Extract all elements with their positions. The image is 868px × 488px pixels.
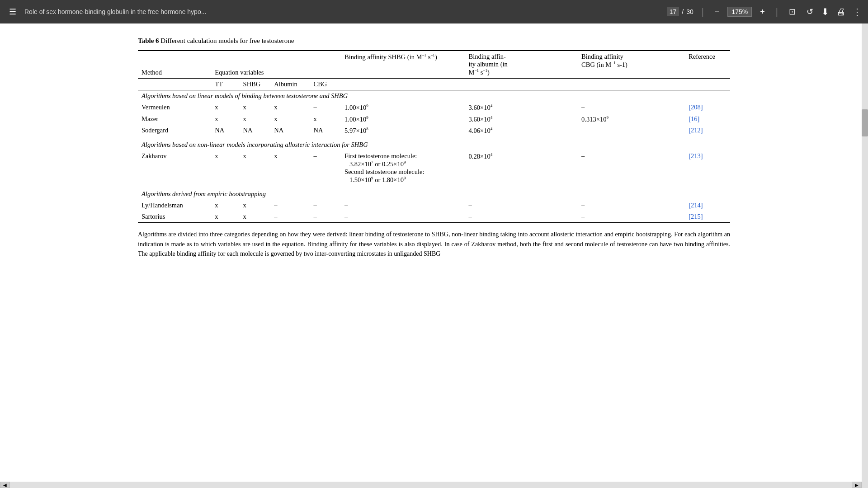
table-row: Sartorius x x – – – – – [215] — [138, 211, 730, 223]
ref-link[interactable]: [16] — [689, 115, 699, 122]
sub-col-empty4 — [578, 78, 685, 90]
table-caption-bold: Table 6 — [138, 37, 159, 44]
table-row: Vermeulen x x x – 1.00×109 3.60×104 – [2… — [138, 102, 730, 113]
cell-shbg: x — [240, 211, 271, 223]
sub-col-empty5 — [685, 78, 730, 90]
cell-shbg-aff: 5.97×108 — [341, 125, 465, 136]
cell-cbg: – — [310, 200, 341, 211]
sub-col-shbg: SHBG — [240, 78, 271, 90]
col-header-equation: Equation variables — [211, 51, 341, 78]
cell-shbg-aff-multi: First testosterone molecule: 3.82×107 or… — [341, 150, 465, 186]
section2-header-row: Algorithms based on non-linear models in… — [138, 136, 730, 150]
separator2: | — [773, 6, 781, 18]
section1-header-row: Algorithms based on linear models of bin… — [138, 90, 730, 102]
cell-method: Vermeulen — [138, 102, 211, 113]
footnote: Algorithms are divided into three catego… — [138, 230, 730, 259]
col-header-method: Method — [138, 51, 211, 78]
cell-ref: [215] — [685, 211, 730, 223]
table-row: Mazer x x x x 1.00×109 3.60×104 0.313×10… — [138, 113, 730, 125]
sub-col-tt: TT — [211, 78, 239, 90]
ref-link[interactable]: [208] — [689, 103, 703, 111]
cell-cbg-aff: 0.313×109 — [578, 113, 685, 125]
cell-method: Zakharov — [138, 150, 211, 186]
page-current[interactable]: 17 — [667, 7, 679, 16]
cell-method: Sartorius — [138, 211, 211, 223]
cell-albumin: x — [270, 113, 310, 125]
sub-col-cbg: CBG — [310, 78, 341, 90]
print-button[interactable]: 🖨 — [836, 7, 845, 17]
ref-link[interactable]: [212] — [689, 127, 703, 134]
main-table: Method Equation variables Binding affini… — [138, 50, 730, 223]
col-header-albumin-aff: Binding affin-ity albumin (inM−1 s−1) — [465, 51, 578, 78]
cell-shbg-aff: – — [341, 211, 465, 223]
cell-albumin: x — [270, 150, 310, 186]
menu-button[interactable]: ☰ — [6, 6, 19, 18]
ref-link[interactable]: [213] — [689, 152, 703, 160]
table-header-row: Method Equation variables Binding affini… — [138, 51, 730, 78]
ref-link[interactable]: [214] — [689, 202, 703, 209]
cell-tt: x — [211, 102, 239, 113]
cell-tt: x — [211, 200, 239, 211]
cell-cbg: – — [310, 211, 341, 223]
section3-header-row: Algorithms derived from empiric bootstra… — [138, 186, 730, 200]
cell-tt: x — [211, 211, 239, 223]
cell-albumin-aff: 0.28×104 — [465, 150, 578, 186]
cell-shbg-aff: 1.00×109 — [341, 102, 465, 113]
table-caption: Table 6 Different calculation models for… — [138, 37, 730, 45]
cell-cbg: x — [310, 113, 341, 125]
cell-ref: [212] — [685, 125, 730, 136]
cell-albumin: – — [270, 200, 310, 211]
fit-page-button[interactable]: ⊡ — [786, 6, 798, 18]
sub-col-empty2 — [341, 78, 465, 90]
cell-albumin-aff: – — [465, 200, 578, 211]
cell-ref: [213] — [685, 150, 730, 186]
rotate-button[interactable]: ↺ — [804, 6, 816, 18]
table-caption-text: Different calculation models for free te… — [159, 37, 294, 44]
cell-shbg: NA — [240, 125, 271, 136]
cell-shbg-aff: 1.00×109 — [341, 113, 465, 125]
download-button[interactable]: ⬇ — [821, 6, 829, 17]
cell-shbg: x — [240, 102, 271, 113]
table-row: Zakharov x x x – First testosterone mole… — [138, 150, 730, 186]
pagination-control: 17 / 30 — [667, 7, 693, 16]
cell-shbg-aff: – — [341, 200, 465, 211]
scrollbar-thumb[interactable] — [862, 109, 868, 136]
page-separator: / — [682, 8, 684, 15]
cell-cbg: – — [310, 102, 341, 113]
cell-cbg: NA — [310, 125, 341, 136]
ref-link[interactable]: [215] — [689, 213, 703, 220]
document-title: Role of sex hormone-binding globulin in … — [24, 8, 661, 15]
cell-albumin-aff: 3.60×104 — [465, 113, 578, 125]
cell-ref: [208] — [685, 102, 730, 113]
col-header-cbg-aff: Binding affinityCBG (in M−1 s-1) — [578, 51, 685, 78]
zoom-in-button[interactable]: + — [757, 6, 768, 18]
separator1: | — [699, 6, 707, 18]
table-subheader-row: TT SHBG Albumin CBG — [138, 78, 730, 90]
cell-tt: x — [211, 113, 239, 125]
zoom-level[interactable]: 175% — [727, 7, 752, 17]
cell-cbg: – — [310, 150, 341, 186]
cell-ref: [16] — [685, 113, 730, 125]
cell-shbg: x — [240, 150, 271, 186]
sub-col-albumin: Albumin — [270, 78, 310, 90]
table-row: Sodergard NA NA NA NA 5.97×108 4.06×104 … — [138, 125, 730, 136]
cell-albumin-aff: 4.06×104 — [465, 125, 578, 136]
page-total: 30 — [686, 8, 693, 15]
sub-col-empty — [138, 78, 211, 90]
cell-cbg-aff: – — [578, 150, 685, 186]
cell-cbg-aff: – — [578, 102, 685, 113]
section2-label: Algorithms based on non-linear models in… — [138, 136, 730, 150]
zoom-out-button[interactable]: − — [712, 6, 722, 18]
cell-cbg-aff — [578, 125, 685, 136]
right-scrollbar[interactable] — [862, 23, 868, 277]
section1-label: Algorithms based on linear models of bin… — [138, 90, 730, 102]
more-button[interactable]: ⋮ — [853, 6, 862, 17]
cell-method: Sodergard — [138, 125, 211, 136]
cell-method: Ly/Handelsman — [138, 200, 211, 211]
cell-albumin-aff: – — [465, 211, 578, 223]
cell-ref: [214] — [685, 200, 730, 211]
section3-label: Algorithms derived from empiric bootstra… — [138, 186, 730, 200]
cell-shbg: x — [240, 200, 271, 211]
cell-tt: NA — [211, 125, 239, 136]
cell-tt: x — [211, 150, 239, 186]
